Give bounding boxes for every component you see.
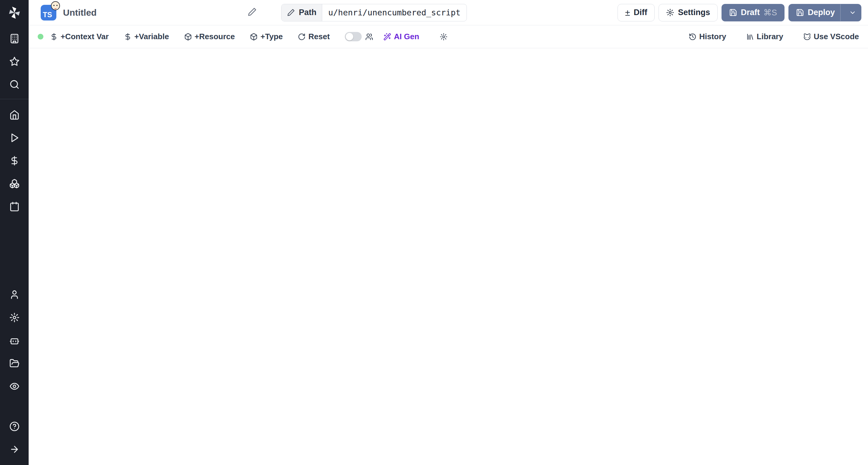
sidebar-item-workspace[interactable]	[0, 27, 29, 50]
eye-icon	[9, 381, 20, 391]
home-icon	[9, 110, 20, 120]
save-icon	[729, 8, 737, 17]
language-badge-typescript: TS	[41, 5, 56, 21]
sidebar-item-search[interactable]	[0, 73, 29, 96]
arrow-right-icon	[9, 444, 20, 455]
sidebar-item-home[interactable]	[0, 104, 29, 126]
add-context-var-label: +Context Var	[61, 32, 109, 41]
path-value: u/henri/unencumbered_script	[322, 4, 467, 21]
sidebar-divider	[0, 99, 29, 99]
use-vscode-label: Use VScode	[814, 32, 859, 41]
deploy-dropdown-button[interactable]	[844, 9, 861, 16]
users-icon	[365, 33, 373, 41]
chevron-down-icon	[849, 9, 856, 16]
sidebar-item-runs[interactable]	[0, 126, 29, 149]
history-label: History	[699, 32, 726, 41]
help-circle-icon	[9, 421, 20, 432]
bot-icon	[9, 335, 20, 346]
library-icon	[746, 33, 754, 41]
sidebar-item-schedules[interactable]	[0, 195, 29, 218]
status-dot	[38, 34, 43, 39]
path-label-chip: Path	[281, 4, 322, 21]
building-icon	[9, 33, 20, 44]
save-icon	[796, 8, 804, 17]
package-icon	[250, 33, 258, 41]
baby-emoji-icon	[51, 1, 60, 10]
diff-button[interactable]: ± Diff	[618, 4, 655, 21]
deploy-split-divider	[840, 4, 841, 21]
sidebar-item-folders[interactable]	[0, 352, 29, 375]
gear-icon	[9, 312, 20, 323]
calendar-icon	[9, 201, 20, 212]
sidebar-item-audit[interactable]	[0, 375, 29, 398]
search-icon	[9, 79, 20, 90]
add-variable-button[interactable]: +Variable	[124, 32, 169, 41]
dollar-icon	[124, 33, 132, 41]
settings-label: Settings	[678, 8, 710, 17]
plus-minus-icon: ±	[625, 7, 630, 18]
sidebar-item-users[interactable]	[0, 283, 29, 306]
deploy-label: Deploy	[808, 8, 835, 17]
toggle-knob	[346, 33, 353, 40]
sidebar-item-help[interactable]	[0, 415, 29, 438]
folder-open-icon	[9, 358, 20, 369]
sidebar-item-ai[interactable]	[0, 329, 29, 352]
sidebar-item-settings[interactable]	[0, 306, 29, 329]
draft-shortcut: ⌘S	[764, 8, 777, 18]
rotate-cw-icon	[298, 33, 306, 41]
history-clock-icon	[689, 33, 696, 41]
editor-settings-button[interactable]	[440, 33, 447, 41]
reset-button[interactable]: Reset	[298, 32, 330, 41]
cat-icon	[803, 33, 811, 41]
language-badge-label: TS	[43, 10, 52, 19]
edit-title-button[interactable]	[247, 7, 256, 18]
add-type-label: +Type	[260, 32, 283, 41]
wand-sparkles-icon	[383, 33, 391, 41]
package-icon	[184, 33, 192, 41]
multiplayer-toggle[interactable]	[345, 32, 362, 41]
reset-label: Reset	[308, 32, 330, 41]
history-button[interactable]: History	[689, 32, 726, 41]
script-title: Untitled	[63, 7, 97, 18]
library-button[interactable]: Library	[746, 32, 783, 41]
use-vscode-button[interactable]: Use VScode	[803, 32, 859, 41]
ai-gen-label: AI Gen	[394, 32, 419, 41]
sidebar-item-resources[interactable]	[0, 172, 29, 195]
sidebar-item-favorites[interactable]	[0, 50, 29, 73]
play-icon	[9, 133, 20, 143]
path-field[interactable]: Path u/henri/unencumbered_script	[281, 4, 467, 21]
gear-icon	[440, 33, 447, 41]
add-context-var-button[interactable]: +Context Var	[50, 32, 109, 41]
add-resource-label: +Resource	[195, 32, 235, 41]
sidebar-item-variables[interactable]	[0, 149, 29, 172]
sidebar	[0, 0, 29, 465]
path-label: Path	[299, 8, 317, 17]
dollar-icon	[50, 33, 58, 41]
pencil-icon	[287, 9, 295, 17]
star-icon	[9, 56, 20, 67]
dollar-icon	[9, 155, 20, 166]
add-type-button[interactable]: +Type	[250, 32, 283, 41]
settings-button[interactable]: Settings	[658, 4, 718, 21]
topbar: TS Untitled Path u/henri/unencumbered_sc…	[29, 0, 868, 25]
windmill-logo[interactable]	[7, 5, 22, 20]
sidebar-expand-button[interactable]	[0, 438, 29, 461]
boxes-icon	[9, 178, 20, 189]
deploy-button[interactable]: Deploy	[788, 4, 861, 21]
add-variable-label: +Variable	[134, 32, 169, 41]
draft-button[interactable]: Draft ⌘S	[721, 4, 784, 21]
library-label: Library	[757, 32, 783, 41]
user-icon	[9, 290, 20, 300]
editor-toolbar: +Context Var +Variable +Resource +Type R…	[29, 25, 868, 48]
add-resource-button[interactable]: +Resource	[184, 32, 235, 41]
multiplayer-users-button[interactable]	[365, 33, 373, 41]
draft-label: Draft	[741, 8, 760, 17]
gear-icon	[666, 8, 674, 17]
diff-label: Diff	[633, 8, 647, 17]
pencil-icon	[247, 7, 256, 17]
ai-gen-button[interactable]: AI Gen	[383, 32, 419, 41]
